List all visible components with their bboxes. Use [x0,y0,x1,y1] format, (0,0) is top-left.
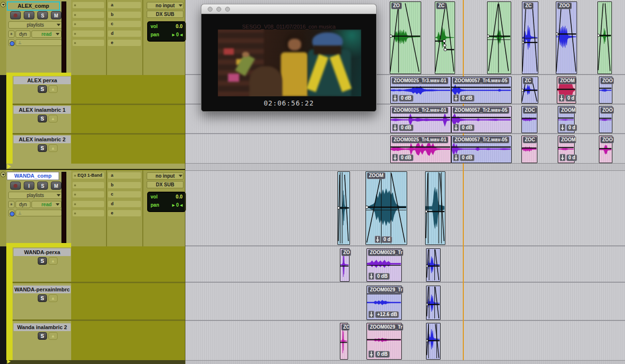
audio-clip[interactable]: ZO [340,248,350,282]
solo-button[interactable]: S [38,257,47,265]
insert-slot[interactable] [73,30,104,37]
audio-clip[interactable]: ZO [390,1,421,74]
audio-clip[interactable]: ZOC [521,106,537,133]
audio-clip[interactable]: ZOC [521,136,537,163]
up-arrow-button[interactable]: ▲ [48,144,58,152]
solo-button[interactable]: S [37,182,48,190]
insert-slot[interactable] [73,12,104,18]
audio-clip[interactable]: ZOOM0 d [557,76,576,104]
audio-clip[interactable]: ZC [521,76,538,104]
dyn-button[interactable]: dyn [15,30,30,38]
input-path-selector[interactable]: no input [147,2,183,9]
elastic-audio-button[interactable]: ✳ [8,201,15,208]
mute-button[interactable]: M [51,182,61,190]
send-slot[interactable]: a [108,2,141,8]
video-window-titlebar[interactable] [201,4,376,14]
clip-gain-badge[interactable]: 0 dB [453,94,474,102]
audio-clip[interactable] [597,1,612,74]
timebase-clock-button[interactable] [8,39,15,46]
clip-gain-badge[interactable]: +12.6 dB [368,311,399,318]
record-enable-button[interactable] [10,182,21,190]
send-slot[interactable]: a [108,172,141,179]
vol-pan-display[interactable]: vol0.0 pan▸ 0 ◂ [147,21,186,42]
audio-clip[interactable]: ZOOM0029_Tr0 dB [366,323,402,360]
up-arrow-button[interactable]: ▲ [48,85,58,93]
audio-clip[interactable] [426,323,441,360]
vol-pan-display[interactable]: vol0.0 pan▸ 0 ◂ [147,192,186,212]
solo-button[interactable]: S [38,115,47,122]
solo-button[interactable]: S [38,294,47,302]
audio-clip[interactable]: ZOOM0029_Tr0 dB [366,248,402,282]
automation-lane-bar[interactable]: ⊥ [15,210,62,216]
automation-lane-bar[interactable]: ⊥ [15,39,62,46]
audio-clip[interactable]: ZOO [556,1,577,74]
insert-slot[interactable] [73,21,104,27]
track-name-wanda-perxainlmbrc[interactable]: WANDA-perxainlmbrc [14,286,71,293]
track-name-alex-perxa[interactable]: ALEX perxa [14,76,71,84]
clip-gain-badge[interactable]: 0 dB [392,154,413,161]
zoom-window-icon[interactable] [225,7,230,12]
insert-slot[interactable] [73,210,104,216]
audio-clip[interactable]: ZOOM0025_Tr4.wav-010 dB [390,136,451,163]
group-expander-icon[interactable] [0,2,6,7]
clip-gain-badge[interactable]: 0 dB [392,124,413,131]
audio-clip[interactable]: ZOOM0057_Tr2.wav-050 dB [451,136,512,163]
clip-gain-badge[interactable]: 0 dB [392,94,413,102]
audio-clip[interactable]: ZOOM0025_Tr3.wav-010 dB [390,76,451,104]
clip-gain-badge[interactable]: 0 d [560,124,577,131]
dyn-button[interactable]: dyn [15,201,30,208]
elastic-audio-button[interactable]: ✳ [8,30,15,38]
clip-gain-badge[interactable]: 0 dB [453,124,474,131]
send-slot[interactable]: d [108,30,141,37]
insert-slot[interactable] [73,182,104,188]
audio-clip[interactable]: ZOOM0 d [558,136,575,163]
solo-button[interactable]: S [37,11,48,19]
audio-clip[interactable]: ZOOM0 d [558,106,575,133]
clip-gain-badge[interactable]: 0 dB [453,154,474,161]
send-slot[interactable]: d [108,201,141,207]
up-arrow-button[interactable]: ▲ [48,332,58,340]
send-slot[interactable]: e [108,210,141,216]
track-name-alex-comp[interactable]: ALEX_comp [7,1,60,11]
input-monitor-button[interactable]: I [24,11,34,19]
output-path-selector[interactable]: DX SUB [147,11,183,18]
audio-clip[interactable]: ZOOM0 d [366,171,407,245]
track-name-wanda-inalambric-2[interactable]: Wanda inalambric 2 [14,323,71,331]
audio-clip[interactable]: ZOO [599,136,612,163]
audio-clip[interactable]: ZC [522,1,538,74]
audio-clip[interactable] [487,1,511,74]
input-monitor-button[interactable]: I [24,182,34,190]
video-window[interactable]: SESGO_V08_011/07/2016_con musica 02:06:5… [201,4,377,112]
solo-button[interactable]: S [38,85,47,93]
audio-clip[interactable]: ZOOM0029_Tr+12.6 dB [366,286,402,320]
send-slot[interactable]: b [108,12,141,18]
group-expander-icon[interactable] [0,172,6,177]
output-path-selector[interactable]: DX SUB [147,181,183,188]
audio-clip[interactable]: ZOO [599,76,612,104]
send-slot[interactable]: c [108,191,141,197]
solo-button[interactable]: S [38,332,47,340]
audio-clip[interactable]: ZOOM0057_Tr4.wav-050 dB [451,76,512,104]
send-slot[interactable]: c [108,21,141,27]
collapsed-track-arrow-icon[interactable] [7,360,11,364]
audio-clip[interactable] [426,286,441,320]
playlists-selector[interactable]: playlists [8,21,62,29]
close-window-icon[interactable] [208,7,213,12]
clip-gain-badge[interactable]: 0 d [375,236,392,243]
clip-gain-badge[interactable]: 0 dB [368,273,390,280]
up-arrow-button[interactable]: ▲ [48,257,58,265]
solo-button[interactable]: S [38,144,47,152]
insert-slot[interactable] [73,2,104,8]
clip-gain-badge[interactable]: 0 dB [368,350,390,358]
mute-button[interactable]: M [51,11,61,19]
panel-edge[interactable] [185,0,185,364]
audio-clip[interactable] [425,171,445,245]
input-path-selector[interactable]: no input [147,172,183,180]
playhead-cursor[interactable] [463,0,464,360]
audio-clip[interactable] [337,171,350,245]
audio-clip[interactable]: ZC [435,1,455,74]
clip-gain-badge[interactable]: 0 d [559,94,576,102]
record-enable-button[interactable] [10,11,21,19]
collapsed-track-arrow-icon[interactable] [7,164,11,169]
audio-clip[interactable] [426,248,441,282]
